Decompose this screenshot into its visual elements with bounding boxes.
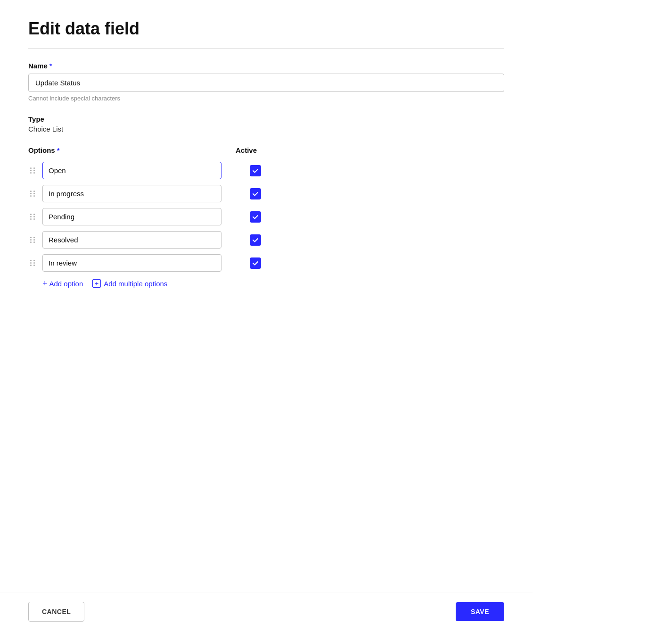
add-multiple-options-button[interactable]: + Add multiple options: [92, 279, 167, 288]
drag-dots-icon: [30, 191, 36, 197]
footer-bar: CANCEL SAVE: [0, 592, 533, 631]
options-required-indicator: *: [57, 146, 60, 154]
option-input[interactable]: [42, 185, 221, 202]
name-input[interactable]: [28, 74, 504, 92]
option-active-checkbox[interactable]: [250, 188, 261, 199]
plus-icon: +: [42, 279, 48, 288]
drag-handle[interactable]: [28, 167, 38, 174]
option-input[interactable]: [42, 254, 221, 272]
drag-dots-icon: [30, 214, 36, 220]
option-active-checkbox[interactable]: [250, 234, 261, 246]
option-active-checkbox[interactable]: [250, 165, 261, 176]
name-label: Name *: [28, 62, 504, 70]
option-input[interactable]: [42, 231, 221, 249]
add-option-button[interactable]: + Add option: [42, 279, 83, 288]
type-label: Type: [28, 115, 504, 123]
add-options-row: + Add option + Add multiple options: [42, 279, 504, 288]
name-hint: Cannot include special characters: [28, 95, 504, 102]
option-active-checkbox[interactable]: [250, 257, 261, 269]
option-row: [28, 254, 504, 272]
options-header-row: Options * Active: [28, 146, 504, 154]
drag-dots-icon: [30, 260, 36, 266]
option-input[interactable]: [42, 208, 221, 225]
option-row: [28, 231, 504, 249]
option-input[interactable]: [42, 162, 221, 179]
active-column-label: Active: [236, 146, 257, 154]
drag-handle[interactable]: [28, 260, 38, 266]
options-section: Options * Active: [28, 146, 504, 288]
type-field-section: Type Choice List: [28, 115, 504, 133]
option-row: [28, 185, 504, 202]
name-field-section: Name * Cannot include special characters: [28, 62, 504, 102]
cancel-button[interactable]: CANCEL: [28, 602, 84, 622]
drag-dots-icon: [30, 167, 36, 174]
drag-handle[interactable]: [28, 214, 38, 220]
type-value: Choice List: [28, 125, 504, 133]
grid-plus-icon: +: [92, 279, 101, 288]
name-required-indicator: *: [49, 62, 52, 70]
option-row: [28, 162, 504, 179]
save-button[interactable]: SAVE: [456, 602, 504, 621]
drag-handle[interactable]: [28, 237, 38, 243]
option-row: [28, 208, 504, 225]
drag-dots-icon: [30, 237, 36, 243]
option-active-checkbox[interactable]: [250, 211, 261, 223]
page-title: Edit data field: [28, 19, 504, 49]
drag-handle[interactable]: [28, 191, 38, 197]
options-label: Options *: [28, 146, 217, 154]
